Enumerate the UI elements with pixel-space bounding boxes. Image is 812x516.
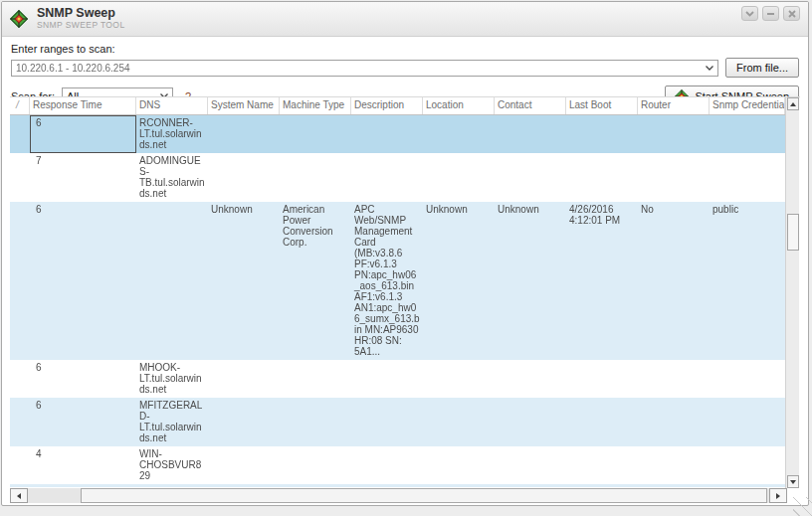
cell-last-boot	[566, 484, 638, 487]
table-row[interactable]: Request timed out.	[10, 484, 785, 487]
column-header-router[interactable]: Router	[638, 97, 710, 114]
snmp-sweep-window: SNMP Sweep SNMP SWEEP TOOL Enter ranges	[1, 1, 809, 506]
arrow-right-icon	[776, 493, 780, 499]
cell-last-boot: 4/26/2016 4:12:01 PM	[566, 202, 638, 360]
chevron-down-icon	[706, 66, 713, 71]
cell-location: Unknown	[423, 202, 495, 360]
cell-description	[351, 360, 423, 398]
cell-snmp-credential: public	[710, 202, 785, 360]
resize-grip[interactable]	[793, 497, 812, 516]
cell-router	[638, 398, 710, 446]
cell-response-time: 6	[30, 202, 136, 360]
column-header-snmp-credential[interactable]: Snmp Credential	[710, 97, 785, 114]
cell-snmp-credential	[710, 153, 785, 202]
cell-machine-type	[280, 115, 351, 153]
table-row[interactable]: 7ADOMINGUES-TB.tul.solarwinds.net	[10, 153, 785, 202]
row-indicator	[10, 360, 30, 398]
table-row[interactable]: 6UnknownAmerican Power Conversion Corp.A…	[10, 202, 785, 360]
column-header-last-boot[interactable]: Last Boot	[566, 97, 638, 114]
table-row[interactable]: 6MHOOK-LT.tul.solarwinds.net	[10, 360, 785, 398]
cell-response-time: 7	[30, 153, 136, 202]
cell-contact	[495, 115, 566, 153]
cell-last-boot	[566, 153, 638, 202]
scroll-right-button[interactable]	[769, 488, 787, 503]
row-indicator	[10, 202, 30, 360]
column-header-response-time[interactable]: Response Time	[30, 97, 136, 114]
cell-router	[638, 446, 710, 484]
minus-icon	[766, 11, 775, 17]
column-header-dns[interactable]: DNS	[136, 97, 208, 114]
cell-response-time: 6	[30, 115, 136, 153]
cell-dns: RCONNER-LT.tul.solarwinds.net	[136, 115, 208, 153]
cell-dns: WIN-CHOSBVUR829	[136, 446, 208, 484]
row-indicator	[10, 115, 30, 153]
table-header-row: /Response TimeDNSSystem NameMachine Type…	[10, 97, 785, 115]
cell-contact	[495, 446, 566, 484]
horizontal-scroll-thumb[interactable]	[81, 488, 767, 503]
cell-location	[423, 360, 495, 398]
vertical-scroll-thumb[interactable]	[787, 214, 799, 251]
horizontal-scroll-track[interactable]	[28, 488, 81, 503]
cell-last-boot	[566, 446, 638, 484]
cell-description	[351, 153, 423, 202]
cell-response-time: 6	[30, 360, 136, 398]
scroll-down-button[interactable]	[787, 475, 799, 488]
range-combobox[interactable]: 10.220.6.1 - 10.220.6.254	[11, 60, 718, 77]
column-header-contact[interactable]: Contact	[495, 97, 566, 114]
cell-system-name	[208, 153, 280, 202]
cell-machine-type	[280, 398, 351, 446]
select-all-corner[interactable]: /	[10, 97, 30, 114]
cell-location	[423, 484, 495, 487]
cell-dns: ADOMINGUES-TB.tul.solarwinds.net	[136, 153, 208, 202]
collapse-button[interactable]	[741, 6, 758, 21]
cell-contact	[495, 484, 566, 487]
close-button[interactable]	[783, 6, 800, 21]
cell-system-name	[208, 446, 280, 484]
cell-description	[351, 446, 423, 484]
row-indicator	[10, 398, 30, 446]
column-header-location[interactable]: Location	[423, 97, 495, 114]
table-row[interactable]: 6MFITZGERALD-LT.tul.solarwinds.net	[10, 398, 785, 446]
cell-description	[351, 115, 423, 153]
cell-router: No	[638, 202, 710, 360]
minimize-button[interactable]	[762, 6, 779, 21]
table-row[interactable]: 6RCONNER-LT.tul.solarwinds.net	[10, 115, 785, 153]
window-title: SNMP Sweep	[37, 7, 125, 21]
from-file-button[interactable]: From file...	[725, 58, 799, 78]
cell-system-name	[208, 398, 280, 446]
column-header-system-name[interactable]: System Name	[208, 97, 280, 114]
cell-description: APC Web/SNMP Management Card (MB:v3.8.6 …	[351, 202, 423, 360]
horizontal-scrollbar[interactable]	[10, 488, 787, 503]
cell-location	[423, 115, 495, 153]
column-header-machine-type[interactable]: Machine Type	[280, 97, 351, 114]
cell-description	[351, 484, 423, 487]
cell-snmp-credential	[710, 398, 785, 446]
cell-snmp-credential	[710, 115, 785, 153]
vertical-scrollbar[interactable]	[785, 97, 799, 488]
cell-router	[638, 360, 710, 398]
cell-snmp-credential	[710, 484, 785, 487]
cell-last-boot	[566, 115, 638, 153]
chevron-down-icon	[745, 11, 754, 17]
arrow-up-icon	[790, 102, 796, 106]
cell-system-name	[208, 115, 280, 153]
cell-last-boot	[566, 360, 638, 398]
cell-dns: MHOOK-LT.tul.solarwinds.net	[136, 360, 208, 398]
range-value: 10.220.6.1 - 10.220.6.254	[16, 63, 702, 74]
window-controls	[741, 6, 800, 21]
cell-system-name	[208, 484, 280, 487]
cell-location	[423, 153, 495, 202]
results-table: /Response TimeDNSSystem NameMachine Type…	[10, 96, 800, 502]
cell-response-time: Request timed out.	[30, 484, 136, 487]
cell-system-name: Unknown	[208, 202, 280, 360]
cell-description	[351, 398, 423, 446]
column-header-description[interactable]: Description	[351, 97, 423, 114]
table-row[interactable]: 4WIN-CHOSBVUR829	[10, 446, 785, 484]
row-indicator	[10, 446, 30, 484]
scroll-up-button[interactable]	[787, 97, 799, 110]
cell-dns	[136, 202, 208, 360]
window-subtitle: SNMP SWEEP TOOL	[37, 21, 125, 30]
cell-machine-type	[280, 153, 351, 202]
cell-response-time: 6	[30, 398, 136, 446]
scroll-left-button[interactable]	[10, 488, 28, 503]
